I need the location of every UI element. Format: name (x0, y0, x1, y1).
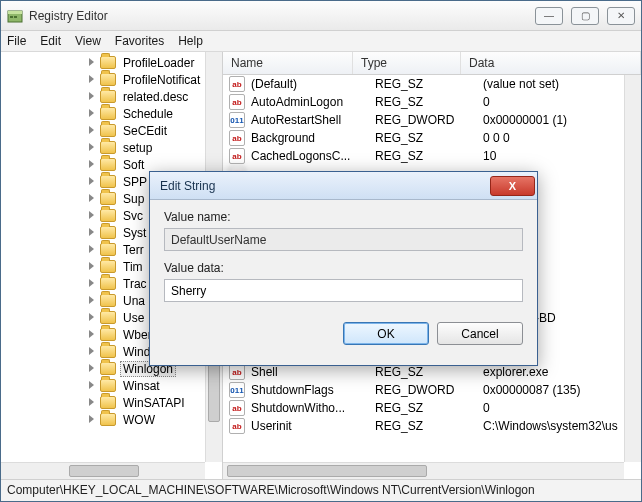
string-value-icon: ab (229, 364, 245, 380)
tree-horizontal-scrollbar[interactable] (1, 462, 205, 479)
dialog-title: Edit String (160, 179, 490, 193)
value-row[interactable]: abShutdownWitho...REG_SZ0 (223, 399, 641, 417)
string-value-icon: ab (229, 130, 245, 146)
expand-icon[interactable] (87, 210, 98, 221)
string-value-icon: ab (229, 94, 245, 110)
close-button[interactable]: ✕ (607, 7, 635, 25)
column-type[interactable]: Type (353, 52, 461, 74)
value-type: REG_SZ (375, 95, 483, 109)
folder-icon (100, 209, 116, 222)
value-name: ShutdownWitho... (251, 401, 375, 415)
value-row[interactable]: abUserinitREG_SZC:\Windows\system32\us (223, 417, 641, 435)
tree-item-label: Terr (120, 243, 147, 257)
menu-file[interactable]: File (7, 34, 26, 48)
value-row[interactable]: 011ShutdownFlagsREG_DWORD0x00000087 (135… (223, 381, 641, 399)
binary-value-icon: 011 (229, 112, 245, 128)
value-row[interactable]: abCachedLogonsC...REG_SZ10 (223, 147, 641, 165)
expand-icon[interactable] (87, 244, 98, 255)
folder-icon (100, 311, 116, 324)
value-data: 0 (483, 401, 641, 415)
value-data-field[interactable] (164, 279, 523, 302)
list-horizontal-scrollbar[interactable] (223, 462, 624, 479)
tree-item-label: WOW (120, 413, 158, 427)
value-row[interactable]: abBackgroundREG_SZ0 0 0 (223, 129, 641, 147)
expand-icon[interactable] (87, 91, 98, 102)
expand-icon[interactable] (87, 261, 98, 272)
tree-item-label: Trac (120, 277, 150, 291)
tree-item[interactable]: ProfileNotificat (7, 71, 222, 88)
cancel-button[interactable]: Cancel (437, 322, 523, 345)
menu-favorites[interactable]: Favorites (115, 34, 164, 48)
tree-item[interactable]: WinSATAPI (7, 394, 222, 411)
menu-help[interactable]: Help (178, 34, 203, 48)
tree-item-label: ProfileLoader (120, 56, 197, 70)
tree-item[interactable]: Winsat (7, 377, 222, 394)
expand-icon[interactable] (87, 295, 98, 306)
expand-icon[interactable] (87, 312, 98, 323)
expand-icon[interactable] (87, 57, 98, 68)
tree-item[interactable]: WOW (7, 411, 222, 428)
value-data: (value not set) (483, 77, 641, 91)
value-name: CachedLogonsC... (251, 149, 375, 163)
expand-icon[interactable] (87, 74, 98, 85)
tree-item[interactable]: related.desc (7, 88, 222, 105)
folder-icon (100, 141, 116, 154)
window-title: Registry Editor (29, 9, 535, 23)
value-type: REG_DWORD (375, 383, 483, 397)
string-value-icon: ab (229, 400, 245, 416)
menu-edit[interactable]: Edit (40, 34, 61, 48)
app-icon (7, 8, 23, 24)
dialog-title-bar[interactable]: Edit String X (150, 172, 537, 200)
expand-icon[interactable] (87, 108, 98, 119)
expand-icon[interactable] (87, 159, 98, 170)
value-name-field (164, 228, 523, 251)
expand-icon[interactable] (87, 346, 98, 357)
folder-icon (100, 56, 116, 69)
column-data[interactable]: Data (461, 52, 641, 74)
folder-icon (100, 413, 116, 426)
tree-item-label: Soft (120, 158, 147, 172)
expand-icon[interactable] (87, 329, 98, 340)
minimize-button[interactable]: — (535, 7, 563, 25)
value-type: REG_SZ (375, 401, 483, 415)
value-name-label: Value name: (164, 210, 523, 224)
value-type: REG_SZ (375, 149, 483, 163)
value-row[interactable]: ab(Default)REG_SZ(value not set) (223, 75, 641, 93)
value-name: (Default) (251, 77, 375, 91)
list-vertical-scrollbar[interactable] (624, 75, 641, 462)
expand-icon[interactable] (87, 142, 98, 153)
folder-icon (100, 124, 116, 137)
tree-item[interactable]: SeCEdit (7, 122, 222, 139)
value-data: 0 0 0 (483, 131, 641, 145)
expand-icon[interactable] (87, 380, 98, 391)
tree-item-label: WinSATAPI (120, 396, 188, 410)
menu-view[interactable]: View (75, 34, 101, 48)
expand-icon[interactable] (87, 278, 98, 289)
expand-icon[interactable] (87, 125, 98, 136)
value-data: C:\Windows\system32\us (483, 419, 641, 433)
value-type: REG_SZ (375, 365, 483, 379)
expand-icon[interactable] (87, 414, 98, 425)
tree-item[interactable]: ProfileLoader (7, 54, 222, 71)
value-row[interactable]: abAutoAdminLogonREG_SZ0 (223, 93, 641, 111)
tree-item-label: ProfileNotificat (120, 73, 203, 87)
string-value-icon: ab (229, 418, 245, 434)
tree-item-label: Svc (120, 209, 146, 223)
ok-button[interactable]: OK (343, 322, 429, 345)
value-data: 0x00000001 (1) (483, 113, 641, 127)
dialog-close-button[interactable]: X (490, 176, 535, 196)
expand-icon[interactable] (87, 397, 98, 408)
expand-icon[interactable] (87, 176, 98, 187)
expand-icon[interactable] (87, 193, 98, 204)
tree-item[interactable]: setup (7, 139, 222, 156)
menu-bar: File Edit View Favorites Help (1, 31, 641, 52)
tree-item-label: setup (120, 141, 155, 155)
maximize-button[interactable]: ▢ (571, 7, 599, 25)
folder-icon (100, 345, 116, 358)
expand-icon[interactable] (87, 227, 98, 238)
tree-item[interactable]: Schedule (7, 105, 222, 122)
expand-icon[interactable] (87, 363, 98, 374)
column-name[interactable]: Name (223, 52, 353, 74)
value-row[interactable]: 011AutoRestartShellREG_DWORD0x00000001 (… (223, 111, 641, 129)
folder-icon (100, 192, 116, 205)
